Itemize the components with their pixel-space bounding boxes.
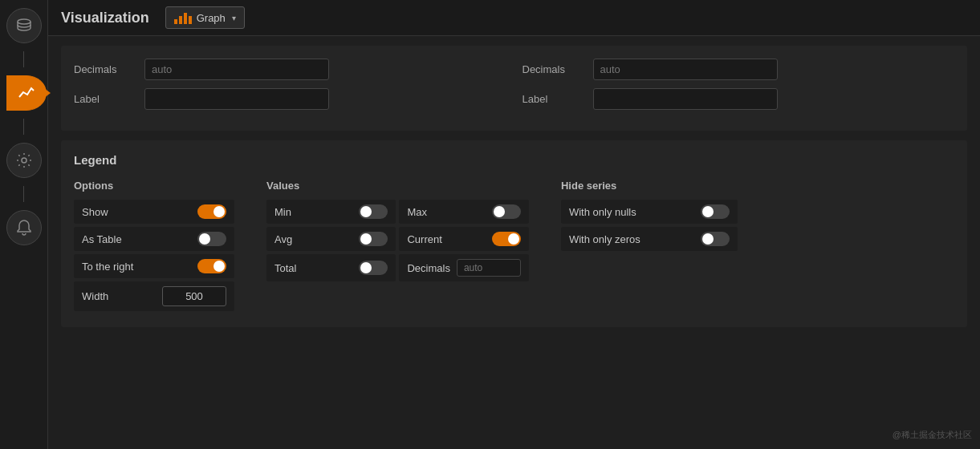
width-input[interactable] (162, 286, 226, 306)
left-axis-col: Decimals Label (74, 59, 506, 118)
width-row: Width (74, 281, 234, 311)
legend-grid: Options Show As Table To the right (74, 180, 954, 314)
show-toggle-row: Show (74, 200, 234, 224)
visualization-type-button[interactable]: Graph ▾ (165, 6, 245, 29)
left-label-row: Label (74, 88, 506, 110)
nulls-toggle[interactable] (701, 204, 730, 219)
sidebar-item-settings[interactable] (6, 143, 42, 178)
content-area: Decimals Label Decimals Label (48, 36, 980, 449)
avg-toggle[interactable] (359, 232, 388, 246)
right-decimals-input[interactable] (593, 59, 778, 80)
to-right-toggle-row: To the right (74, 254, 234, 278)
graph-icon (174, 11, 192, 24)
hide-series-col: Hide series With only nulls With only ze… (561, 180, 738, 314)
current-label: Current (407, 233, 441, 245)
chevron-down-icon: ▾ (232, 14, 236, 22)
sidebar (0, 0, 48, 449)
width-label: Width (82, 290, 108, 302)
avg-label: Avg (274, 233, 292, 245)
viz-button-label: Graph (197, 12, 226, 24)
values-col: Values Min Max (266, 180, 529, 314)
sidebar-item-database[interactable] (6, 8, 42, 43)
svg-point-1 (22, 158, 26, 163)
values-decimals-label: Decimals (407, 262, 449, 274)
left-decimals-label: Decimals (74, 63, 138, 75)
values-decimals-row: Decimals (399, 254, 528, 281)
as-table-label: As Table (82, 233, 122, 245)
as-table-toggle[interactable] (197, 232, 226, 246)
right-decimals-label: Decimals (523, 63, 587, 75)
sidebar-connector-2 (23, 119, 24, 135)
legend-title: Legend (74, 153, 954, 167)
sidebar-connector-3 (23, 186, 24, 202)
nulls-toggle-row: With only nulls (561, 200, 738, 224)
to-right-label: To the right (82, 261, 133, 273)
to-right-toggle[interactable] (197, 259, 226, 273)
max-label: Max (407, 206, 427, 218)
right-label-input[interactable] (593, 88, 778, 110)
total-row: Total (266, 254, 396, 281)
right-axis-col: Decimals Label (523, 59, 955, 118)
axes-form: Decimals Label Decimals Label (74, 59, 954, 118)
zeros-label: With only zeros (569, 233, 640, 245)
total-toggle[interactable] (359, 261, 388, 275)
max-row: Max (399, 200, 528, 224)
hide-series-title: Hide series (561, 180, 738, 192)
min-label: Min (274, 206, 291, 218)
right-label-row: Label (523, 88, 955, 110)
options-title: Options (74, 180, 234, 192)
avg-row: Avg (266, 227, 396, 251)
topbar: Visualization Graph ▾ (48, 0, 980, 36)
sidebar-item-chart[interactable] (6, 75, 47, 111)
watermark: @稀土掘金技术社区 (893, 429, 972, 441)
main-content: Visualization Graph ▾ Decimals (48, 0, 980, 449)
left-decimals-input[interactable] (144, 59, 329, 80)
page-title: Visualization (61, 10, 149, 26)
left-decimals-row: Decimals (74, 59, 506, 80)
total-label: Total (274, 262, 296, 274)
left-label-input[interactable] (144, 88, 329, 110)
right-decimals-row: Decimals (523, 59, 955, 80)
min-row: Min (266, 200, 396, 224)
options-col: Options Show As Table To the right (74, 180, 234, 314)
as-table-toggle-row: As Table (74, 227, 234, 251)
current-toggle[interactable] (492, 232, 521, 246)
values-decimals-input[interactable] (457, 259, 521, 277)
nulls-label: With only nulls (569, 206, 636, 218)
show-label: Show (82, 206, 108, 218)
current-row: Current (399, 227, 528, 251)
zeros-toggle-row: With only zeros (561, 227, 738, 251)
right-label-label: Label (523, 93, 587, 105)
show-toggle[interactable] (197, 204, 226, 219)
max-toggle[interactable] (492, 204, 521, 219)
values-title: Values (266, 180, 529, 192)
axes-panel: Decimals Label Decimals Label (61, 46, 967, 131)
zeros-toggle[interactable] (701, 232, 730, 246)
left-label-label: Label (74, 93, 138, 105)
svg-point-0 (18, 19, 30, 24)
legend-panel: Legend Options Show As Table (61, 140, 967, 327)
sidebar-connector-1 (23, 51, 24, 67)
min-toggle[interactable] (359, 204, 388, 219)
sidebar-item-alerts[interactable] (6, 210, 42, 245)
values-grid: Min Max Avg (266, 200, 529, 281)
